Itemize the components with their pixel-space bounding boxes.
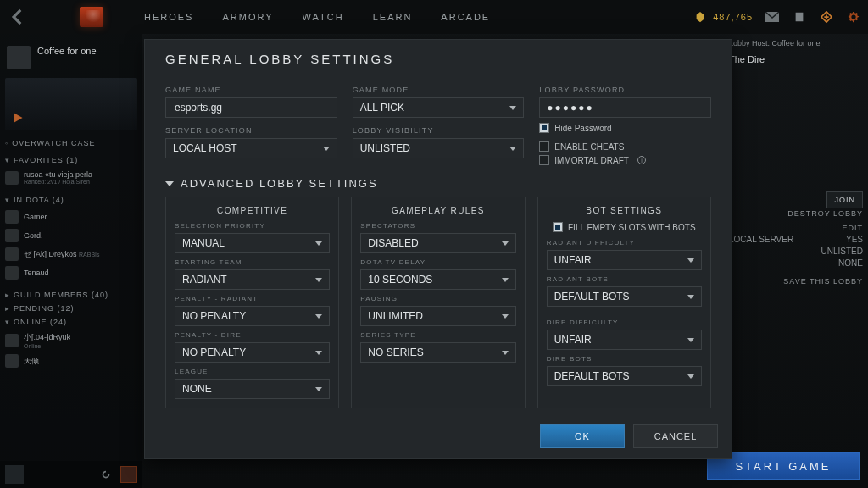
immortal-draft-checkbox[interactable]: IMMORTAL DRAFTi <box>539 155 711 165</box>
refresh-icon[interactable] <box>98 467 114 482</box>
friend-item[interactable]: Tenaud <box>5 263 137 282</box>
main-nav: HEROES ARMORY WATCH LEARN ARCADE <box>144 12 490 22</box>
favorites-section[interactable]: ▾FAVORITES (1) <box>5 156 137 164</box>
last-match-panel[interactable] <box>5 78 137 130</box>
friend-item[interactable]: rusoa «tu vieja perlaRanked: 2v1 / Hoja … <box>5 168 137 187</box>
radiant-bots-select[interactable]: DEFAULT BOTS <box>547 286 702 307</box>
friend-item[interactable]: Gamer <box>5 208 137 226</box>
bots-card: BOT SETTINGS FILL EMPTY SLOTS WITH BOTS … <box>537 197 711 408</box>
nav-heroes[interactable]: HEROES <box>144 12 193 22</box>
game-name-input[interactable] <box>165 97 337 118</box>
party-avatar[interactable] <box>5 465 24 484</box>
friend-item[interactable]: Gord. <box>5 226 137 245</box>
radiant-difficulty-select[interactable]: UNFAIR <box>547 250 702 270</box>
bots-title: BOT SETTINGS <box>547 206 702 215</box>
hide-password-checkbox[interactable]: Hide Password <box>539 123 711 133</box>
dire-bots-select[interactable]: DEFAULT BOTS <box>547 366 702 386</box>
lobby-password-input[interactable]: ●●●●●● <box>539 97 711 118</box>
enable-cheats-checkbox[interactable]: ENABLE CHEATS <box>539 141 711 152</box>
dota-plus-icon[interactable] <box>819 9 834 25</box>
back-button[interactable] <box>7 6 29 28</box>
save-lobby-button[interactable]: SAVE THIS LOBBY <box>783 277 863 286</box>
fill-bots-checkbox[interactable]: FILL EMPTY SLOTS WITH BOTS <box>547 222 702 232</box>
gameplay-title: GAMEPLAY RULES <box>360 206 515 215</box>
game-mode-label: GAME MODE <box>353 86 525 94</box>
lobby-info: Lobby Host: Coffee for one The Dire JOIN… <box>724 34 868 488</box>
dota-tv-select[interactable]: 10 SECONDS <box>360 269 515 290</box>
online-section[interactable]: ▾ONLINE (24) <box>5 318 137 326</box>
chevron-down-icon <box>165 181 174 186</box>
armory-icon[interactable] <box>792 9 807 25</box>
penalty-dire-select[interactable]: NO PENALTY <box>175 342 330 363</box>
friend-item[interactable]: 天倾 <box>5 352 137 370</box>
in-dota-section[interactable]: ▾IN DOTA (4) <box>5 196 137 204</box>
pausing-select[interactable]: UNLIMITED <box>360 306 515 326</box>
party-bar <box>0 461 142 488</box>
nav-arcade[interactable]: ARCADE <box>441 12 490 22</box>
league-select[interactable]: NONE <box>175 379 330 399</box>
ok-button[interactable]: OK <box>540 424 625 448</box>
competitive-card: COMPETITIVE SELECTION PRIORITY MANUAL ST… <box>165 197 339 408</box>
join-button[interactable]: JOIN <box>826 191 863 208</box>
server-location-select[interactable]: LOCAL HOST <box>165 138 337 158</box>
overwatch-section[interactable]: ◦OVERWATCH CASE <box>5 139 137 147</box>
play-icon <box>10 110 25 125</box>
lobby-visibility-label: LOBBY VISIBILITY <box>353 126 525 135</box>
destroy-lobby-button[interactable]: DESTROY LOBBY <box>787 209 863 218</box>
profile-name: Coffee for one <box>37 46 97 56</box>
lobby-visibility-select[interactable]: UNLISTED <box>353 138 525 158</box>
nav-learn[interactable]: LEARN <box>373 12 413 22</box>
guild-section[interactable]: ▸GUILD MEMBERS (40) <box>5 291 137 299</box>
nav-watch[interactable]: WATCH <box>303 12 344 22</box>
party-slot[interactable] <box>120 466 137 483</box>
game-mode-select[interactable]: ALL PICK <box>353 97 525 118</box>
lobby-settings-modal: GENERAL LOBBY SETTINGS GAME NAME SERVER … <box>144 39 732 459</box>
cancel-button[interactable]: CANCEL <box>633 424 718 448</box>
game-name-label: GAME NAME <box>165 86 337 94</box>
server-location-label: SERVER LOCATION <box>165 126 337 135</box>
top-nav: HEROES ARMORY WATCH LEARN ARCADE 487,765 <box>0 0 868 34</box>
dota-logo-icon[interactable] <box>80 7 103 27</box>
gameplay-card: GAMEPLAY RULES SPECTATORS DISABLED DOTA … <box>351 197 525 408</box>
shard-icon <box>693 9 708 25</box>
info-icon[interactable]: i <box>637 156 646 164</box>
settings-icon[interactable] <box>846 9 861 25</box>
friend-item[interactable]: ゼ [Ak] Dreykos RABBIs <box>5 245 137 263</box>
nav-armory[interactable]: ARMORY <box>222 12 273 22</box>
modal-title: GENERAL LOBBY SETTINGS <box>165 52 711 66</box>
shards-count[interactable]: 487,765 <box>693 9 753 25</box>
series-type-select[interactable]: NO SERIES <box>360 342 515 363</box>
penalty-radiant-select[interactable]: NO PENALTY <box>175 306 330 326</box>
profile-card[interactable]: Coffee for one <box>7 46 136 69</box>
friends-sidebar: Coffee for one ◦OVERWATCH CASE ▾FAVORITE… <box>0 34 142 488</box>
advanced-toggle[interactable]: ADVANCED LOBBY SETTINGS <box>165 177 711 190</box>
the-dire-heading: The Dire <box>729 54 863 64</box>
pending-section[interactable]: ▸PENDING (12) <box>5 304 137 313</box>
mail-icon[interactable] <box>765 9 780 25</box>
competitive-title: COMPETITIVE <box>175 206 330 215</box>
lobby-password-label: LOBBY PASSWORD <box>539 86 711 94</box>
friend-item[interactable]: 小[.04-]dRyukOnline <box>5 330 137 352</box>
avatar <box>7 46 31 69</box>
starting-team-select[interactable]: RADIANT <box>175 269 330 290</box>
selection-priority-select[interactable]: MANUAL <box>175 233 330 253</box>
edit-button[interactable]: EDIT <box>842 224 863 232</box>
lobby-host-label: Lobby Host: Coffee for one <box>729 39 863 47</box>
dire-difficulty-select[interactable]: UNFAIR <box>547 330 702 350</box>
spectators-select[interactable]: DISABLED <box>360 233 515 253</box>
